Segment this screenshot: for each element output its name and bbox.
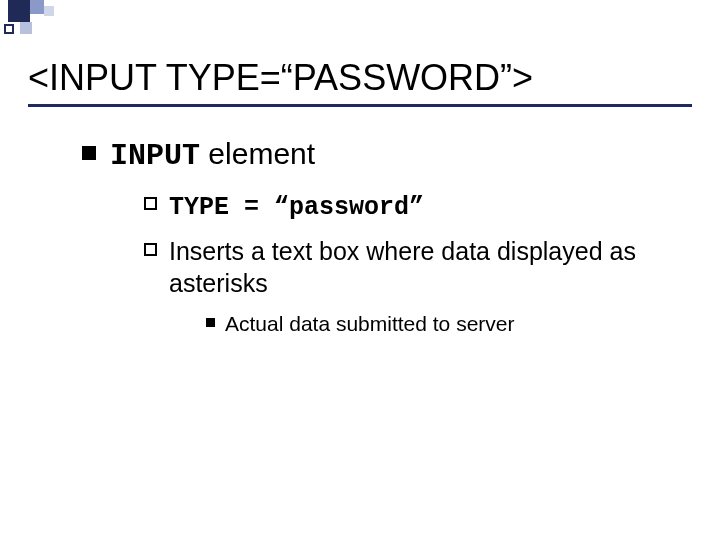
plain-text: element bbox=[200, 137, 315, 170]
hollow-square-icon bbox=[144, 243, 157, 256]
filled-square-icon bbox=[206, 318, 215, 327]
bullet-text: Inserts a text box where data displayed … bbox=[169, 235, 692, 300]
hollow-square-icon bbox=[144, 197, 157, 210]
deco-square bbox=[20, 22, 32, 34]
deco-square bbox=[8, 0, 30, 22]
filled-square-icon bbox=[82, 146, 96, 160]
code-text: TYPE = “password” bbox=[169, 193, 424, 222]
bullet-text: INPUT element bbox=[110, 135, 315, 176]
bullet-level3: Actual data submitted to server bbox=[206, 310, 692, 337]
decorative-corner bbox=[0, 0, 180, 40]
deco-square bbox=[30, 0, 44, 14]
title-underline bbox=[28, 104, 692, 107]
bullet-text: TYPE = “password” bbox=[169, 189, 424, 225]
bullet-level2: TYPE = “password” bbox=[144, 189, 692, 225]
deco-square bbox=[44, 6, 54, 16]
slide-body: <INPUT TYPE=“PASSWORD”> INPUT element TY… bbox=[0, 0, 720, 365]
code-text: INPUT bbox=[110, 139, 200, 173]
bullet-level1: INPUT element bbox=[82, 135, 692, 176]
deco-square bbox=[4, 24, 14, 34]
slide-title: <INPUT TYPE=“PASSWORD”> bbox=[28, 58, 692, 98]
bullet-text: Actual data submitted to server bbox=[225, 310, 514, 337]
bullet-level2: Inserts a text box where data displayed … bbox=[144, 235, 692, 300]
